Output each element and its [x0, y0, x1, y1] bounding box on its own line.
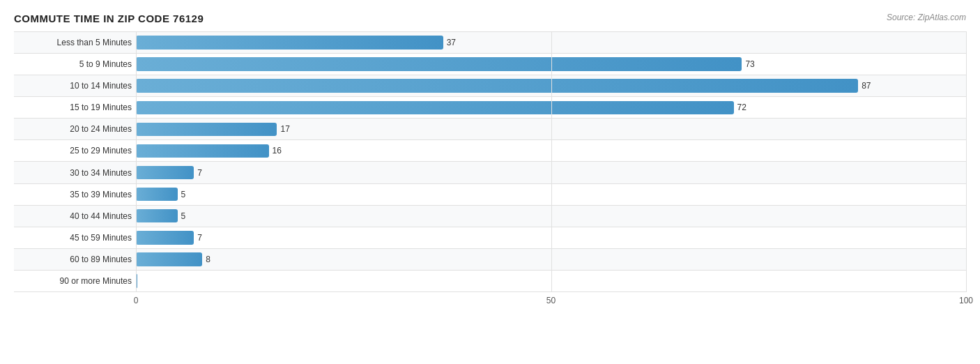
bar-value: 5 — [181, 190, 186, 199]
bar-row: 40 to 44 Minutes5 — [14, 206, 966, 227]
x-axis-label: 0 — [134, 296, 139, 305]
x-axis-label: 100 — [959, 296, 973, 305]
bar-label: 10 to 14 Minutes — [14, 81, 136, 91]
bar-track: 7 — [136, 162, 966, 183]
bar-value: 37 — [447, 38, 456, 47]
bar-row: 90 or more Minutes — [14, 271, 966, 292]
bar-row: 5 to 9 Minutes73 — [14, 54, 966, 75]
bar-row: 30 to 34 Minutes7 — [14, 162, 966, 183]
bar-track: 5 — [136, 184, 966, 205]
chart-title: COMMUTE TIME IN ZIP CODE 76129 — [14, 13, 204, 24]
bar-row: 10 to 14 Minutes87 — [14, 75, 966, 97]
bar-value: 72 — [737, 103, 747, 112]
bar-fill — [136, 123, 277, 137]
bar-value: 7 — [197, 168, 202, 178]
bar-label: 35 to 39 Minutes — [14, 190, 136, 199]
chart-container: COMMUTE TIME IN ZIP CODE 76129 Source: Z… — [0, 0, 980, 364]
bar-value: 17 — [280, 124, 289, 134]
bar-fill — [136, 36, 443, 50]
bar-track: 17 — [136, 119, 966, 139]
bar-track: 5 — [136, 206, 966, 227]
bar-track: 16 — [136, 140, 966, 161]
bar-fill — [136, 79, 858, 93]
bar-label: Less than 5 Minutes — [14, 38, 136, 47]
bar-row: 25 to 29 Minutes16 — [14, 140, 966, 162]
bar-fill — [136, 166, 194, 180]
chart-source: Source: ZipAtlas.com — [887, 13, 966, 22]
bar-label: 5 to 9 Minutes — [14, 59, 136, 69]
bar-fill — [136, 274, 137, 288]
bar-label: 90 or more Minutes — [14, 276, 136, 286]
bar-track: 8 — [136, 249, 966, 270]
bar-fill — [136, 144, 269, 158]
bar-track: 7 — [136, 227, 966, 248]
bar-fill — [136, 188, 178, 202]
bar-label: 45 to 59 Minutes — [14, 233, 136, 243]
bar-row: 20 to 24 Minutes17 — [14, 119, 966, 140]
bar-value: 16 — [273, 146, 282, 156]
bar-label: 30 to 34 Minutes — [14, 168, 136, 178]
grid-line — [966, 31, 967, 292]
bar-row: Less than 5 Minutes37 — [14, 31, 966, 54]
bar-row: 60 to 89 Minutes8 — [14, 249, 966, 271]
bar-row: 15 to 19 Minutes72 — [14, 97, 966, 119]
bar-track: 37 — [136, 32, 966, 53]
bar-value: 8 — [206, 255, 210, 264]
bar-value: 7 — [197, 233, 202, 243]
chart-header: COMMUTE TIME IN ZIP CODE 76129 Source: Z… — [14, 13, 966, 24]
bar-label: 60 to 89 Minutes — [14, 255, 136, 264]
chart-body: Less than 5 Minutes375 to 9 Minutes7310 … — [14, 31, 966, 313]
bar-label: 15 to 19 Minutes — [14, 103, 136, 112]
bars-area: Less than 5 Minutes375 to 9 Minutes7310 … — [14, 31, 966, 292]
bar-label: 25 to 29 Minutes — [14, 146, 136, 156]
bar-row: 45 to 59 Minutes7 — [14, 227, 966, 249]
bar-fill — [136, 252, 202, 266]
bar-label: 20 to 24 Minutes — [14, 124, 136, 134]
x-axis-label: 50 — [546, 296, 556, 305]
x-axis: 050100 — [136, 296, 966, 313]
bar-value: 73 — [745, 59, 754, 69]
bar-track — [136, 271, 966, 291]
bar-label: 40 to 44 Minutes — [14, 211, 136, 221]
bar-fill — [136, 209, 178, 223]
bar-fill — [136, 57, 742, 71]
bar-fill — [136, 101, 734, 115]
bar-value: 87 — [862, 81, 871, 91]
bar-row: 35 to 39 Minutes5 — [14, 184, 966, 206]
bar-track: 87 — [136, 75, 966, 96]
bar-fill — [136, 231, 194, 245]
bar-track: 72 — [136, 97, 966, 118]
bar-value: 5 — [181, 211, 186, 221]
bar-track: 73 — [136, 54, 966, 75]
